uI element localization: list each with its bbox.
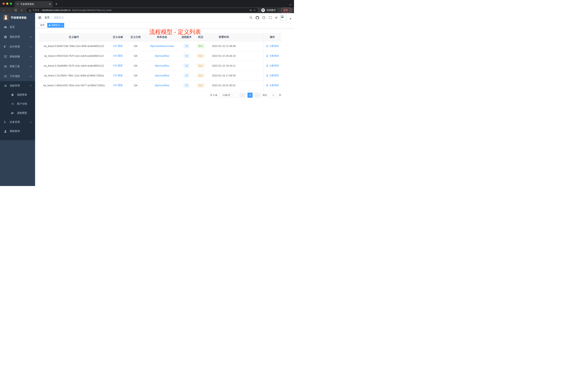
sidebar-item-leave-query[interactable]: 请假查询: [0, 127, 35, 136]
col-definition-id: 定义编号: [39, 33, 109, 41]
browser-menu-dots-icon[interactable]: [290, 9, 290, 11]
tag-process-definition[interactable]: 流程定义 ×: [47, 23, 64, 28]
plant-favicon-icon: [16, 3, 19, 5]
search-icon[interactable]: [249, 16, 252, 19]
cell-definition-id: oa_leave:2:3c1f0ef1-76b1-11ec-9c66-a2380…: [39, 71, 109, 80]
current-page-button[interactable]: 1: [247, 93, 252, 98]
chevron-down-icon: [30, 56, 32, 57]
sidebar-item-label: 用户分组: [17, 102, 32, 106]
assign-rule-button[interactable]: 分配规则: [266, 84, 279, 87]
version-badge: v3: [184, 64, 190, 68]
sidebar-item-payment[interactable]: ¥ 支付管理: [0, 42, 35, 52]
assign-rule-button[interactable]: 分配规则: [266, 74, 279, 77]
form-icon: [11, 93, 14, 97]
tag-close-icon[interactable]: ×: [62, 24, 63, 26]
minimize-window-button[interactable]: [6, 2, 8, 5]
forward-button[interactable]: →: [8, 9, 12, 12]
form-info-link[interactable]: /bpm/oa/flow: [155, 64, 169, 67]
font-size-icon[interactable]: TT: [275, 16, 277, 19]
version-badge: v2: [184, 73, 190, 78]
breadcrumb-home[interactable]: 首页: [44, 16, 50, 19]
cell-deploy-time: 2022-01-22 19:19:11: [208, 61, 240, 71]
home-button[interactable]: ⌂: [19, 9, 24, 12]
sidebar-fold-icon[interactable]: [35, 16, 44, 20]
col-definition-category: 定义分类: [126, 33, 145, 41]
cell-definition-id: oa_leave:4:991f2193-7b7f-11ec-a3c8-acde4…: [39, 51, 109, 61]
sidebar-item-system[interactable]: 系统管理: [0, 32, 35, 42]
sidebar-item-process-management[interactable]: 流程管理: [0, 81, 35, 90]
sidebar-item-home[interactable]: 首页: [0, 22, 35, 32]
maximize-window-button[interactable]: [10, 2, 12, 5]
list-icon: [4, 84, 7, 87]
sidebar-item-workflow[interactable]: 工作流程: [0, 71, 35, 81]
table-row: oa_leave:4:991f2193-7b7f-11ec-a3c8-acde4…: [39, 51, 281, 61]
sidebar-item-process-form[interactable]: 流程表单: [0, 90, 35, 99]
definition-name-link[interactable]: OA 请假: [113, 84, 123, 87]
tag-label: 首页: [40, 24, 44, 27]
form-info-link[interactable]: /bpm/oa/flow: [155, 74, 169, 77]
help-icon[interactable]: ?: [262, 16, 265, 19]
sidebar-item-user-group[interactable]: 用户分组: [0, 99, 35, 109]
version-badge: v1: [184, 83, 190, 88]
tag-home[interactable]: 首页: [39, 23, 46, 28]
github-icon[interactable]: [256, 16, 259, 20]
sidebar-item-task-management[interactable]: 任务管理: [0, 118, 35, 127]
breadcrumb-separator: /: [51, 16, 52, 19]
definition-name-link[interactable]: OA 请假: [113, 44, 123, 47]
window-controls: [0, 0, 15, 7]
col-deploy-time: 部署时间: [208, 33, 240, 41]
user-icon: [266, 45, 268, 47]
table-row: oa_leave:1:482ec033-762a-11ec-8477-a2380…: [39, 80, 281, 90]
reload-button[interactable]: [13, 9, 18, 12]
goto-suffix: 页: [279, 94, 281, 97]
browser-tabstrip: 芋道管理系统 ✕ +: [0, 0, 294, 7]
sidebar-item-process-model[interactable]: 流程模型: [0, 109, 35, 118]
tab-close-icon[interactable]: ✕: [49, 3, 51, 5]
app-title: 芋道管理系统: [11, 16, 27, 20]
close-window-button[interactable]: [2, 2, 5, 5]
user-icon: [266, 55, 268, 57]
page-size-select[interactable]: 10条/页: [219, 93, 237, 98]
definition-name-link[interactable]: OA 请假: [113, 74, 123, 77]
form-info-link[interactable]: /bpm/oa/flow: [155, 55, 169, 57]
sidebar-item-label: 任务管理: [10, 120, 30, 124]
robot-icon: [11, 102, 14, 106]
update-browser-button[interactable]: 更新: [281, 8, 292, 12]
tab-list-chevron-icon[interactable]: [289, 4, 292, 5]
new-tab-button[interactable]: +: [55, 2, 57, 6]
pagination-total: 共 5 条: [210, 94, 218, 97]
breadcrumb-current: 流程定义: [54, 16, 64, 19]
fullscreen-icon[interactable]: [269, 16, 272, 19]
definition-table: 定义编号 定义名称 定义分类 表单信息 流程版本 状态 部署时间 操作: [39, 33, 281, 90]
sidebar-item-label: 支付管理: [10, 45, 30, 48]
key-icon[interactable]: [249, 9, 252, 12]
caret-down-icon[interactable]: [290, 18, 292, 20]
assign-rule-button[interactable]: 分配规则: [266, 54, 279, 57]
definition-name-link[interactable]: OA 请假: [113, 64, 123, 67]
next-page-button[interactable]: ›: [254, 93, 261, 98]
form-info-link[interactable]: /bpm/oa/flow: [155, 84, 169, 87]
user-icon: [266, 65, 268, 67]
table-row: oa_leave:3:1fad3d93-7b75-11ec-a3c8-acde4…: [39, 61, 281, 71]
assign-rule-button[interactable]: 分配规则: [266, 44, 279, 48]
address-bar[interactable]: 不安全 dashboard.yudao.iocoder.cn /bpm/mana…: [27, 8, 258, 12]
sidebar-item-label: 系统管理: [10, 35, 30, 39]
sidebar-item-label: 流程管理: [10, 84, 30, 87]
bookmark-star-icon[interactable]: ☆: [253, 9, 256, 12]
browser-tab[interactable]: 芋道管理系统 ✕: [15, 1, 53, 7]
cell-definition-id: oa_leave:5:004b710b-7b8a-11ec-8ef0-acde4…: [39, 41, 109, 51]
sidebar-item-label: 流程表单: [17, 93, 32, 97]
definition-name-link[interactable]: OA 请假: [113, 54, 123, 57]
security-label: 不安全: [32, 9, 40, 12]
goto-page-input[interactable]: [269, 93, 277, 98]
yen-icon: ¥: [4, 45, 7, 49]
assign-rule-button[interactable]: 分配规则: [266, 64, 279, 67]
monitor-icon: [4, 55, 7, 58]
dashboard-icon: [4, 25, 7, 29]
avatar[interactable]: [280, 15, 286, 21]
back-button[interactable]: ←: [2, 9, 7, 12]
prev-page-button[interactable]: ‹: [239, 93, 246, 98]
sidebar-item-devtools[interactable]: 研发工具: [0, 62, 35, 71]
sidebar-item-infrastructure[interactable]: 基础设施: [0, 52, 35, 62]
form-info-link[interactable]: /bpm/oa/leave/create: [150, 44, 174, 47]
